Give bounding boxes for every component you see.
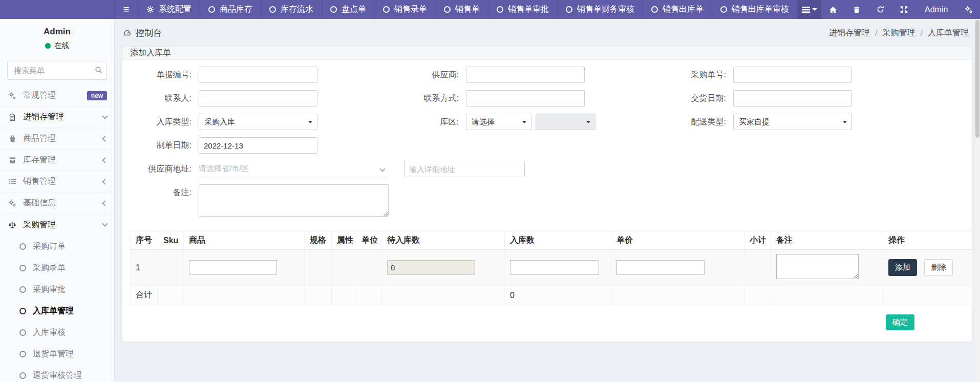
supplier-label: 供应商: xyxy=(397,70,459,80)
nav-item-label: 销售录单 xyxy=(394,4,427,15)
items-table: 序号 Sku 商品 规格 属性 单位 待入库数 入库数 单价 小计 备注 操作 xyxy=(130,231,973,305)
field-order-no: 单据编号: xyxy=(130,67,397,83)
file-icon xyxy=(7,113,17,121)
remark-label: 备注: xyxy=(130,187,191,198)
inbound-type-label: 入库类型: xyxy=(130,117,191,128)
scrollbar-thumb[interactable] xyxy=(975,20,979,138)
refresh-button[interactable] xyxy=(868,0,892,19)
sidebar-item-label: 销售管理 xyxy=(23,176,56,187)
delivery-type-value: 买家自提 xyxy=(739,117,770,127)
order-no-label: 单据编号: xyxy=(130,70,191,80)
region-cascader[interactable]: 请选择省/市/区 xyxy=(199,161,389,177)
breadcrumb-item[interactable]: 进销存管理 xyxy=(829,28,870,38)
sidebar-item-label: 库存管理 xyxy=(23,155,56,165)
sidebar-item-purchase-management[interactable]: 采购管理 xyxy=(0,214,114,236)
sidebar-item-inbound-order-management[interactable]: 入库单管理 xyxy=(0,300,114,322)
nav-item-sales-outbound-audit[interactable]: 销售出库单审核 xyxy=(712,0,798,19)
form-row: 供应商地址: 请选择省/市/区 xyxy=(130,161,964,177)
chevron-down-icon xyxy=(102,113,108,119)
purchase-no-input[interactable] xyxy=(733,67,852,83)
delete-row-button[interactable]: 删除 xyxy=(924,259,953,276)
circle-icon xyxy=(651,6,658,13)
inbound-type-select[interactable]: 采购入库 xyxy=(199,114,317,130)
confirm-button[interactable]: 确定 xyxy=(886,314,914,330)
warehouse-select[interactable]: 请选择 xyxy=(466,114,531,130)
page-title: 控制台 xyxy=(123,27,162,39)
col-goods: 商品 xyxy=(184,231,305,250)
new-badge: new xyxy=(87,91,107,100)
sidebar-toggle-button[interactable]: ≡ xyxy=(115,0,138,19)
nav-item-label: 销售出库单审核 xyxy=(732,4,789,15)
sidebar-item-sales-management[interactable]: 销售管理 xyxy=(0,171,114,193)
sidebar-item-basic-info[interactable]: 基础信息 xyxy=(0,193,114,214)
sidebar-item-purchase-approval[interactable]: 采购审批 xyxy=(0,279,114,300)
contact-input[interactable] xyxy=(199,90,317,107)
submenu-item-label: 采购审批 xyxy=(33,284,66,295)
sidebar: Admin 在线 常规管理 new 进销存管理 xyxy=(0,19,115,382)
circle-icon xyxy=(19,351,26,357)
confirm-row: 确定 xyxy=(130,314,964,330)
purchase-submenu: 采购订单 采购录单 采购审批 入库单管理 入库审核 退货单管理 退货审核管理 xyxy=(0,236,114,382)
total-inbound-qty: 0 xyxy=(505,286,611,305)
sidebar-item-inbound-audit[interactable]: 入库审核 xyxy=(0,322,114,343)
submenu-item-label: 入库单管理 xyxy=(33,306,74,316)
nav-item-sales-entry[interactable]: 销售录单 xyxy=(375,0,436,19)
inbound-qty-input[interactable] xyxy=(510,260,599,275)
delivery-date-input[interactable] xyxy=(733,90,852,107)
circle-icon xyxy=(19,372,26,379)
nav-item-sales-outbound[interactable]: 销售出库单 xyxy=(643,0,712,19)
navbar-controls: Admin xyxy=(798,0,980,19)
settings-button[interactable] xyxy=(957,0,980,19)
col-pending-qty: 待入库数 xyxy=(382,231,505,250)
trash-button[interactable] xyxy=(845,0,868,19)
nav-item-sales-finance-audit[interactable]: 销售单财务审核 xyxy=(558,0,643,19)
nav-list-dropdown-button[interactable] xyxy=(798,0,821,19)
nav-item-sales-order[interactable]: 销售单 xyxy=(436,0,488,19)
sidebar-item-purchase-entry[interactable]: 采购录单 xyxy=(0,257,114,279)
breadcrumb-separator: / xyxy=(875,29,877,38)
breadcrumb-item: 入库单管理 xyxy=(928,28,969,38)
circle-icon xyxy=(566,6,572,13)
order-no-input[interactable] xyxy=(199,67,317,83)
remark-textarea[interactable] xyxy=(199,184,389,217)
username-label: Admin xyxy=(925,5,948,14)
col-inbound-qty: 入库数 xyxy=(505,231,611,250)
row-remark-textarea[interactable] xyxy=(776,254,859,279)
circle-icon xyxy=(19,265,26,271)
nav-item-sales-approval[interactable]: 销售单审批 xyxy=(488,0,558,19)
home-button[interactable] xyxy=(821,0,845,19)
sidebar-item-general-management[interactable]: 常规管理 new xyxy=(0,85,114,107)
row-subtotal xyxy=(744,250,771,286)
sidebar-item-inventory-management[interactable]: 进销存管理 xyxy=(0,107,114,128)
address-detail-input[interactable] xyxy=(404,161,525,177)
goods-input[interactable] xyxy=(189,260,277,275)
nav-item-system-config[interactable]: 系统配置 xyxy=(138,0,200,19)
sidebar-item-purchase-orders[interactable]: 采购订单 xyxy=(0,236,114,257)
unit-price-input[interactable] xyxy=(616,260,705,275)
nav-item-goods-stock[interactable]: 商品库存 xyxy=(200,0,261,19)
fullscreen-button[interactable] xyxy=(892,0,915,19)
add-row-button[interactable]: 添加 xyxy=(888,259,917,276)
table-header-row: 序号 Sku 商品 规格 属性 单位 待入库数 入库数 单价 小计 备注 操作 xyxy=(131,231,973,250)
user-menu-button[interactable]: Admin xyxy=(915,0,957,19)
submenu-item-label: 入库审核 xyxy=(33,327,66,338)
sidebar-item-return-order-management[interactable]: 退货单管理 xyxy=(0,343,114,365)
row-attr xyxy=(332,250,356,286)
form-row: 入库类型: 采购入库 库区: 请选择 xyxy=(130,114,964,130)
sidebar-item-stock-management[interactable]: 库存管理 xyxy=(0,150,114,171)
field-purchase-no: 采购单号: xyxy=(665,67,932,83)
nav-item-stocktake[interactable]: 盘点单 xyxy=(322,0,375,19)
delivery-type-select[interactable]: 买家自提 xyxy=(733,114,852,130)
breadcrumb-item[interactable]: 采购管理 xyxy=(883,28,915,38)
chevron-down-icon xyxy=(379,166,385,172)
sidebar-item-return-audit-management[interactable]: 退货审核管理 xyxy=(0,365,114,382)
doc-date-label: 制单日期: xyxy=(130,140,191,151)
sidebar-item-goods-management[interactable]: 商品管理 xyxy=(0,128,114,150)
doc-date-input[interactable] xyxy=(199,137,317,154)
menu-search-input[interactable] xyxy=(7,61,107,80)
nav-item-stock-flow[interactable]: 库存流水 xyxy=(261,0,322,19)
user-status: 在线 xyxy=(0,41,114,51)
supplier-input[interactable] xyxy=(466,67,585,83)
phone-input[interactable] xyxy=(466,90,585,107)
page-scrollbar[interactable] xyxy=(975,19,980,382)
